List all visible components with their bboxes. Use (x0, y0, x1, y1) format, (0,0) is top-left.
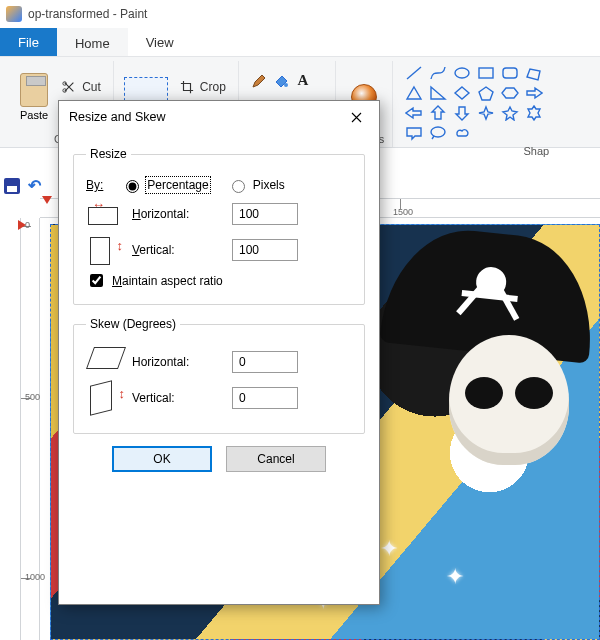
skew-group: Skew (Degrees) ↔ Horizontal: ↔ Vertical: (73, 317, 365, 434)
shape-diamond-icon (453, 85, 471, 101)
shape-5star-icon (501, 105, 519, 121)
shapes-group-label: Shap (524, 143, 554, 157)
skew-vertical-input[interactable] (232, 387, 298, 409)
skew-horizontal-icon: ↔ (86, 347, 122, 377)
paste-label: Paste (20, 109, 48, 121)
shape-hexagon-icon (501, 85, 519, 101)
tab-file[interactable]: File (0, 28, 57, 56)
ribbon-tabs: File Home View (0, 28, 600, 56)
ruler-h-marker (42, 196, 52, 204)
resize-legend: Resize (86, 147, 131, 161)
resize-horizontal-input[interactable] (232, 203, 298, 225)
skew-horizontal-input[interactable] (232, 351, 298, 373)
scissors-icon (62, 80, 76, 94)
dialog-title: Resize and Skew (69, 110, 166, 124)
crop-icon (180, 80, 194, 94)
resize-horizontal-icon: ↔ (86, 199, 122, 229)
cancel-button[interactable]: Cancel (226, 446, 326, 472)
clipboard-icon (20, 73, 48, 107)
cut-label: Cut (82, 80, 101, 94)
skull-graphic (449, 335, 569, 465)
ruler-vertical: 0 500 1000 (20, 218, 40, 640)
shape-oval-icon (453, 65, 471, 81)
shape-rarrow-icon (525, 85, 543, 101)
resize-horizontal-label: Horizontal: (132, 207, 222, 221)
ok-button[interactable]: OK (112, 446, 212, 472)
text-tool[interactable]: A (295, 73, 311, 89)
radio-pixels[interactable]: Pixels (227, 177, 285, 193)
shape-curve-icon (429, 65, 447, 81)
app-icon (6, 6, 22, 22)
shape-6star-icon (525, 105, 543, 121)
shape-triangle-icon (405, 85, 423, 101)
cut-button[interactable]: Cut (58, 78, 105, 96)
radio-percentage[interactable]: Percentage (121, 177, 208, 193)
svg-rect-9 (479, 68, 493, 78)
shape-polygon-icon (525, 65, 543, 81)
resize-vertical-label: Vertical: (132, 243, 222, 257)
shape-callout-cloud-icon (453, 125, 471, 141)
svg-rect-10 (503, 68, 517, 78)
save-icon[interactable] (4, 178, 20, 194)
shape-darrow-icon (453, 105, 471, 121)
shape-roundrect-icon (501, 65, 519, 81)
maintain-aspect-checkbox[interactable]: Maintain aspect ratio (86, 271, 352, 290)
resize-by-label: By: (86, 178, 103, 192)
fill-tool[interactable] (273, 73, 289, 89)
shape-line-icon (405, 65, 423, 81)
skew-legend: Skew (Degrees) (86, 317, 180, 331)
shape-callout-rect-icon (405, 125, 423, 141)
svg-point-5 (284, 83, 288, 87)
quick-access-toolbar: ↶ (4, 176, 41, 195)
crop-button[interactable]: Crop (176, 78, 230, 96)
shapes-gallery[interactable] (401, 63, 553, 143)
shape-callout-oval-icon (429, 125, 447, 141)
shape-uarrow-icon (429, 105, 447, 121)
crop-label: Crop (200, 80, 226, 94)
shape-larrow-icon (405, 105, 423, 121)
tab-view[interactable]: View (128, 28, 192, 56)
pencil-tool[interactable] (251, 73, 267, 89)
window-title: op-transformed - Paint (28, 7, 147, 21)
shape-pentagon-icon (477, 85, 495, 101)
undo-icon[interactable]: ↶ (28, 176, 41, 195)
dialog-titlebar[interactable]: Resize and Skew (59, 101, 379, 133)
skew-vertical-icon: ↔ (86, 383, 122, 413)
skew-vertical-label: Vertical: (132, 391, 222, 405)
resize-vertical-input[interactable] (232, 239, 298, 261)
shape-rect-icon (477, 65, 495, 81)
shape-rtriangle-icon (429, 85, 447, 101)
dialog-close-button[interactable] (343, 107, 369, 127)
svg-point-8 (455, 68, 469, 78)
resize-skew-dialog: Resize and Skew Resize By: Percentage Pi… (58, 100, 380, 605)
close-icon (351, 112, 362, 123)
tab-home[interactable]: Home (57, 28, 128, 56)
svg-point-11 (431, 127, 445, 137)
resize-group: Resize By: Percentage Pixels ↔ Horizonta… (73, 147, 365, 305)
ruler-v-marker (18, 220, 26, 230)
window-titlebar: op-transformed - Paint (0, 0, 600, 28)
paste-button[interactable]: Paste (16, 69, 52, 125)
shape-4star-icon (477, 105, 495, 121)
skew-horizontal-label: Horizontal: (132, 355, 222, 369)
group-shapes: Shap (393, 61, 561, 147)
resize-vertical-icon: ↔ (86, 235, 122, 265)
